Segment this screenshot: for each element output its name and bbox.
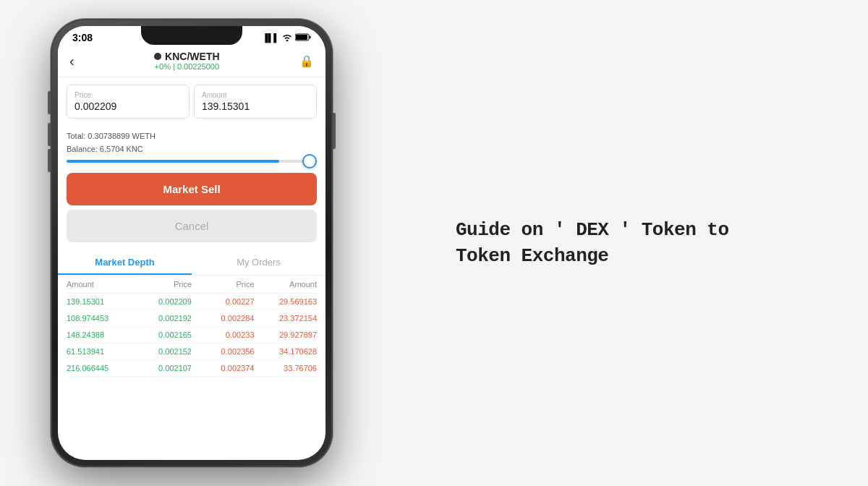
price-label: Price	[75, 91, 182, 99]
cell-price-right: 0.00227	[192, 297, 255, 306]
cell-price-left: 0.002107	[129, 364, 192, 372]
slider-fill	[67, 160, 279, 163]
cell-amt-left: 216.066445	[67, 364, 129, 372]
cell-amt-left: 139.15301	[67, 297, 129, 306]
table-row: 148.24388 0.002165 0.00233 29.927897	[67, 327, 317, 344]
cell-amt-right: 29.927897	[255, 331, 318, 339]
cell-price-left: 0.002165	[129, 331, 192, 339]
svg-rect-1	[310, 35, 311, 38]
cell-amt-right: 34.170628	[255, 347, 318, 356]
pair-icon	[154, 53, 161, 60]
wifi-icon	[282, 33, 292, 43]
battery-icon	[295, 33, 311, 43]
signal-icon: ▐▌▌	[263, 33, 279, 42]
tab-my-orders[interactable]: My Orders	[192, 250, 326, 275]
back-button[interactable]: ‹	[69, 53, 75, 69]
status-time: 3:08	[72, 32, 93, 43]
app-header: ‹ KNC/WETH +0% | 0.00225000 🔒	[58, 46, 326, 77]
cell-price-right: 0.002356	[192, 347, 255, 356]
trading-pair: KNC/WETH	[154, 51, 219, 62]
cell-amt-right: 29.569163	[255, 297, 318, 306]
slider-row: Total: 0.30738899 WETH Balance: 6.5704 K…	[58, 126, 326, 166]
col-header-price-right: Price	[192, 280, 255, 289]
amount-value: 139.15301	[202, 101, 309, 112]
status-icons: ▐▌▌	[263, 33, 311, 43]
table-row: 61.513941 0.002152 0.002356 34.170628	[67, 344, 317, 360]
cell-price-right: 0.00233	[192, 331, 255, 339]
svg-rect-2	[296, 35, 307, 40]
phone-screen: 3:08 ▐▌▌ ‹ KNC/WETH +0% | 0.00225000	[58, 26, 326, 460]
pair-rate: +0% | 0.00225000	[154, 62, 219, 71]
slider-thumb[interactable]	[302, 154, 317, 169]
cell-price-right: 0.002374	[192, 364, 255, 372]
total-text: Total: 0.30738899 WETH	[67, 130, 317, 143]
price-value: 0.002209	[75, 101, 182, 112]
cell-price-right: 0.002284	[192, 314, 255, 323]
balance-text: Balance: 6.5704 KNC	[67, 143, 317, 156]
right-panel: Guide on ' DEX ' Token to Token Exchange	[333, 188, 868, 299]
market-depth-table: Amount Price Price Amount 139.15301 0.00…	[58, 276, 326, 377]
amount-label: Amount	[202, 91, 309, 99]
lock-icon[interactable]: 🔒	[299, 54, 314, 68]
tabs-row: Market Depth My Orders	[58, 250, 326, 276]
market-sell-button[interactable]: Market Sell	[67, 173, 317, 205]
price-input-box[interactable]: Price 0.002209	[67, 85, 190, 119]
tab-market-depth[interactable]: Market Depth	[58, 250, 192, 275]
amount-input-box[interactable]: Amount 139.15301	[194, 85, 317, 119]
col-header-price-left: Price	[129, 280, 192, 289]
cell-price-left: 0.002192	[129, 314, 192, 323]
total-balance-info: Total: 0.30738899 WETH Balance: 6.5704 K…	[67, 130, 317, 155]
table-header: Amount Price Price Amount	[67, 276, 317, 294]
table-row: 139.15301 0.002209 0.00227 29.569163	[67, 294, 317, 310]
cell-amt-right: 33.76706	[255, 364, 318, 372]
cell-price-left: 0.002152	[129, 347, 192, 356]
guide-title: Guide on ' DEX ' Token to Token Exchange	[456, 217, 745, 270]
header-center: KNC/WETH +0% | 0.00225000	[154, 51, 219, 71]
cell-amt-left: 148.24388	[67, 331, 129, 339]
cancel-button[interactable]: Cancel	[67, 210, 317, 242]
table-row: 216.066445 0.002107 0.002374 33.76706	[67, 360, 317, 377]
phone-notch	[141, 26, 242, 45]
col-header-amount-left: Amount	[67, 280, 129, 289]
table-row: 108.974453 0.002192 0.002284 23.372154	[67, 310, 317, 327]
cell-price-left: 0.002209	[129, 297, 192, 306]
cell-amt-right: 23.372154	[255, 314, 318, 323]
input-row: Price 0.002209 Amount 139.15301	[58, 77, 326, 126]
phone-device: 3:08 ▐▌▌ ‹ KNC/WETH +0% | 0.00225000	[51, 19, 333, 467]
cell-amt-left: 108.974453	[67, 314, 129, 323]
col-header-amount-right: Amount	[255, 280, 318, 289]
cell-amt-left: 61.513941	[67, 347, 129, 356]
amount-slider[interactable]	[67, 160, 317, 163]
